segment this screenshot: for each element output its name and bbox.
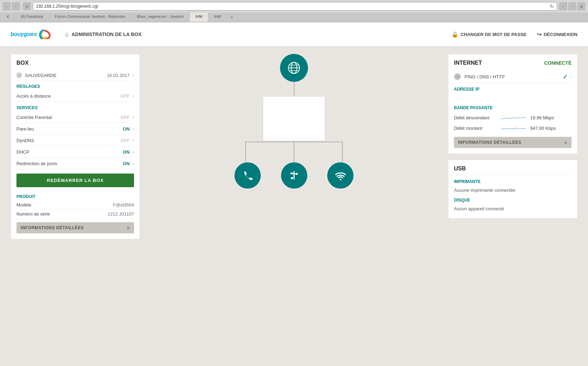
save-date: 16.03.2017: [107, 73, 130, 78]
main-content: BOX SAUVEGARDE 16.03.2017 › RÉGLAGES Acc…: [0, 47, 588, 362]
dyndns-label: DynDNS: [16, 138, 120, 143]
disk-section-title: DISQUE: [454, 198, 572, 203]
tab-ihm-1[interactable]: IHM: [190, 13, 208, 22]
share-button[interactable]: ↑: [568, 2, 576, 10]
usb-card: USB IMPRIMANTE Aucune imprimante connect…: [448, 160, 578, 219]
usb-icon: [288, 170, 300, 182]
reboot-button[interactable]: REDÉMARRER LA BOX: [16, 174, 134, 187]
reload-button[interactable]: ↻: [550, 3, 554, 9]
back-button[interactable]: ‹: [3, 2, 10, 10]
parefeu-value: ON: [123, 126, 130, 132]
download-value: 19.98 Mbps: [530, 115, 554, 120]
disk-status: Aucun appareil connecté: [454, 205, 572, 213]
forward-button[interactable]: ›: [12, 2, 20, 10]
change-password-action[interactable]: 🔒 CHANGER DE MOT DE PASSE: [451, 31, 526, 38]
phone-icon: [242, 170, 253, 181]
browser-toolbar: ‹ › ⊡ 192.168.1.254/cgi-bin/generic.cgi …: [0, 0, 588, 13]
bandwidth-section: BANDE PASSANTE Débit descendant 19.98 Mb…: [454, 105, 572, 133]
wifi-icon: [334, 170, 347, 181]
svg-rect-7: [290, 173, 293, 174]
acces-row[interactable]: Accès à distance OFF ›: [16, 90, 134, 102]
redirection-chevron-icon[interactable]: ›: [132, 161, 134, 166]
line-internet-router: [294, 82, 295, 96]
usb-node[interactable]: [281, 162, 307, 189]
acces-chevron-icon[interactable]: ›: [132, 93, 134, 99]
home-icon: ⌂: [65, 31, 69, 38]
modele-value: F@st3504: [113, 202, 134, 207]
address-bar[interactable]: 192.168.1.254/cgi-bin/generic.cgi ↻: [33, 2, 557, 10]
printer-section-title: IMPRIMANTE: [454, 179, 572, 184]
save-icon: [16, 72, 22, 78]
download-row: Débit descendant 19.98 Mbps: [454, 112, 572, 123]
tab-facebook[interactable]: (6) Facebook: [15, 13, 49, 22]
parefeu-row[interactable]: Pare-feu ON ›: [16, 123, 134, 135]
bouygues-logo: bouygues: [10, 29, 51, 39]
change-password-label: CHANGER DE MOT DE PASSE: [461, 32, 526, 37]
tab-euro[interactable]: €: [1, 13, 15, 22]
internet-details-label: INFORMATIONS DÉTAILLÉES: [458, 140, 521, 145]
controle-row[interactable]: Contrôle Parental OFF ›: [16, 112, 134, 123]
right-branch-line: [342, 141, 343, 162]
svg-point-12: [340, 178, 341, 180]
minimize-button[interactable]: ⊡: [23, 2, 31, 10]
tab-jeedom-forum[interactable]: Forum Communauté Jeedom - Répondre: [49, 13, 131, 22]
address-text: 192.168.1.254/cgi-bin/generic.cgi: [36, 4, 98, 9]
dyndns-row[interactable]: DynDNS OFF ›: [16, 135, 134, 146]
header-actions: 🔒 CHANGER DE MOT DE PASSE ↪ DÉCONNEXION: [451, 31, 578, 38]
modele-row: Modèle F@st3504: [16, 200, 134, 210]
dhcp-chevron-icon[interactable]: ›: [132, 149, 134, 155]
parefeu-label: Pare-feu: [16, 126, 123, 132]
internet-node[interactable]: [280, 54, 308, 82]
logout-label: DÉCONNEXION: [544, 32, 578, 37]
tab-ihm-2[interactable]: IHM: [208, 13, 227, 22]
acces-label: Accès à distance: [16, 93, 120, 99]
branch-lines-container: [227, 141, 360, 162]
box-details-bar[interactable]: INFORMATIONS DÉTAILLÉES ∨: [16, 222, 134, 233]
upload-sparkline: [499, 125, 527, 131]
dhcp-label: DHCP: [16, 149, 123, 155]
admin-nav-label[interactable]: ADMINISTRATION DE LA BOX: [71, 31, 141, 37]
controle-chevron-icon[interactable]: ›: [132, 114, 134, 120]
upload-row: Débit montant 947.00 Kbps: [454, 123, 572, 133]
browser-chrome: ‹ › ⊡ 192.168.1.254/cgi-bin/generic.cgi …: [0, 0, 588, 22]
redirection-row[interactable]: Redirection de ports ON ›: [16, 158, 134, 169]
center-branch-line: [294, 141, 295, 162]
logout-action[interactable]: ↪ DÉCONNEXION: [537, 31, 578, 38]
bouygues-icon: [38, 29, 51, 39]
redirection-label: Redirection de ports: [16, 161, 123, 166]
box-panel-title: BOX: [16, 60, 134, 66]
wifi-node[interactable]: [327, 162, 354, 189]
internet-panel: INTERNET CONNECTÉ PING / DNS / HTTP ✓ › …: [448, 54, 578, 219]
ping-row[interactable]: PING / DNS / HTTP ✓ ›: [454, 70, 572, 83]
dyndns-value: OFF: [120, 138, 130, 143]
globe-icon: [287, 61, 301, 75]
dyndns-chevron-icon[interactable]: ›: [132, 138, 134, 143]
controle-label: Contrôle Parental: [16, 115, 120, 120]
upload-label: Débit montant: [454, 126, 499, 131]
reglages-section: RÉGLAGES: [16, 80, 134, 90]
internet-details-bar[interactable]: INFORMATIONS DÉTAILLÉES ∨: [454, 137, 572, 148]
phone-node[interactable]: [234, 162, 261, 189]
lock-icon: 🔒: [451, 31, 458, 38]
parefeu-chevron-icon[interactable]: ›: [132, 126, 134, 132]
box-details-label: INFORMATIONS DÉTAILLÉES: [21, 225, 84, 230]
usb-title: USB: [454, 166, 572, 175]
save-chevron-icon[interactable]: ›: [132, 72, 134, 78]
logout-icon: ↪: [537, 31, 541, 38]
ping-chevron-icon[interactable]: ›: [570, 74, 572, 79]
logo-area: bouygues: [10, 29, 51, 39]
app-header: bouygues ⌂ ADMINISTRATION DE LA BOX 🔒 CH…: [0, 22, 588, 47]
internet-header: INTERNET CONNECTÉ: [454, 60, 572, 66]
services-section: SERVICES: [16, 102, 134, 112]
ping-icon: [454, 73, 461, 80]
ip-value: ... .: [454, 94, 572, 102]
box-panel: BOX SAUVEGARDE 16.03.2017 › RÉGLAGES Acc…: [10, 54, 140, 239]
box-details-chevron-icon: ∨: [126, 225, 130, 231]
tab-bbox-jeedom[interactable]: Bbox_sagemcom - Jeedom: [131, 13, 190, 22]
tab-add-button[interactable]: +: [227, 13, 237, 22]
download-button[interactable]: ↓: [559, 2, 567, 10]
ip-section: ADRESSE IP ... .: [454, 87, 572, 102]
modele-label: Modèle: [16, 202, 113, 207]
dhcp-row[interactable]: DHCP ON ›: [16, 146, 134, 158]
expand-button[interactable]: ⊞: [578, 2, 585, 10]
